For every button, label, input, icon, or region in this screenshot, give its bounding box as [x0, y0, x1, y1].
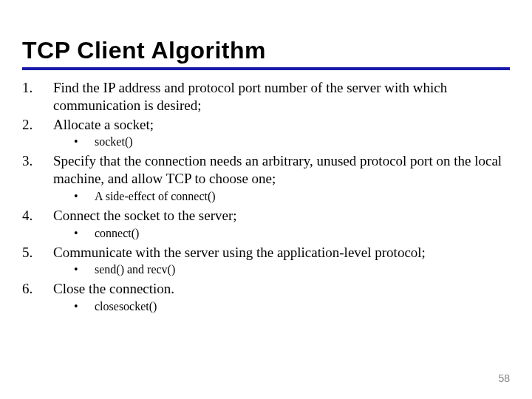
sub-text: send() and recv(): [95, 262, 510, 277]
list-item: 5. Communicate with the server using the…: [22, 244, 510, 262]
bullet-icon: •: [74, 299, 95, 314]
item-text: Connect the socket to the server;: [53, 207, 510, 225]
list-item: 3. Specify that the connection needs an …: [22, 152, 510, 188]
sub-list: • closesocket(): [74, 299, 510, 314]
algorithm-list: 1. Find the IP address and protocol port…: [22, 79, 510, 314]
sub-list: • connect(): [74, 226, 510, 241]
item-number: 2.: [22, 116, 53, 134]
list-item: 6. Close the connection.: [22, 280, 510, 298]
bullet-icon: •: [74, 134, 95, 149]
sub-item: • connect(): [74, 226, 510, 241]
sub-list: • A side-effect of connect(): [74, 189, 510, 204]
item-number: 5.: [22, 244, 53, 262]
sub-text: connect(): [95, 226, 510, 241]
sub-item: • closesocket(): [74, 299, 510, 314]
item-number: 3.: [22, 152, 53, 188]
page-number: 58: [498, 372, 510, 384]
item-text: Allocate a socket;: [53, 116, 510, 134]
item-number: 6.: [22, 280, 53, 298]
sub-text: socket(): [95, 134, 510, 149]
list-item: 2. Allocate a socket;: [22, 116, 510, 134]
list-item: 1. Find the IP address and protocol port…: [22, 79, 510, 115]
item-text: Specify that the connection needs an arb…: [53, 152, 510, 188]
sub-item: • send() and recv(): [74, 262, 510, 277]
item-text: Close the connection.: [53, 280, 510, 298]
bullet-icon: •: [74, 189, 95, 204]
sub-text: A side-effect of connect(): [95, 189, 510, 204]
list-item: 4. Connect the socket to the server;: [22, 207, 510, 225]
item-text: Find the IP address and protocol port nu…: [53, 79, 510, 115]
item-number: 4.: [22, 207, 53, 225]
sub-text: closesocket(): [95, 299, 510, 314]
slide-title: TCP Client Algorithm: [22, 37, 510, 64]
item-text: Communicate with the server using the ap…: [53, 244, 510, 262]
title-underline: [22, 67, 510, 70]
bullet-icon: •: [74, 262, 95, 277]
sub-list: • send() and recv(): [74, 262, 510, 277]
sub-list: • socket(): [74, 134, 510, 149]
bullet-icon: •: [74, 226, 95, 241]
sub-item: • socket(): [74, 134, 510, 149]
item-number: 1.: [22, 79, 53, 115]
sub-item: • A side-effect of connect(): [74, 189, 510, 204]
